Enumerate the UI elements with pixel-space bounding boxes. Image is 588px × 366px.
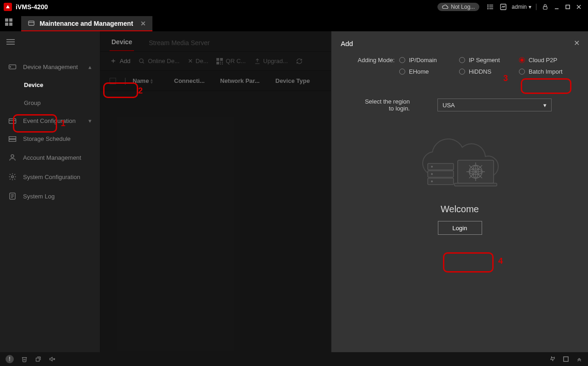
login-button[interactable]: Login xyxy=(438,221,482,235)
app-logo xyxy=(4,3,12,11)
sidebar-item-storage-schedule[interactable]: Storage Schedule xyxy=(0,130,100,148)
tab-label: Maintenance and Management xyxy=(40,20,133,27)
panel-close-button[interactable]: ✕ xyxy=(574,39,580,47)
svg-rect-62 xyxy=(564,357,568,361)
svg-rect-16 xyxy=(9,23,12,26)
svg-marker-59 xyxy=(50,357,52,361)
cloud-illustration xyxy=(405,135,515,195)
annotation-number-4: 4 xyxy=(498,256,503,266)
svg-point-6 xyxy=(488,8,488,9)
tab-strip: Maintenance and Management ✕ xyxy=(0,14,588,31)
svg-point-23 xyxy=(10,66,11,67)
cloud-login-button[interactable]: Not Log... xyxy=(437,3,479,11)
chevron-down-icon: ▾ xyxy=(529,4,531,10)
svg-point-4 xyxy=(488,5,488,5)
stats-icon[interactable] xyxy=(500,3,507,11)
alert-icon[interactable]: ! xyxy=(6,355,14,363)
cloud-status-text: Not Log... xyxy=(451,4,475,10)
window-icon[interactable] xyxy=(563,356,569,362)
chevron-up-icon: ▴ xyxy=(88,64,92,70)
mute-icon[interactable] xyxy=(49,356,56,362)
title-bar: iVMS-4200 Not Log... admin▾ xyxy=(0,0,588,14)
user-menu[interactable]: admin▾ xyxy=(512,4,531,10)
sidebar-item-device-management[interactable]: Device Management ▴ xyxy=(0,58,100,76)
svg-rect-27 xyxy=(9,139,16,141)
expand-up-icon[interactable] xyxy=(576,356,582,362)
svg-rect-58 xyxy=(36,358,39,361)
sidebar-item-event-configuration[interactable]: Event Configuration ▾ xyxy=(0,112,100,130)
radio-ehome[interactable]: EHome xyxy=(399,68,459,75)
svg-point-49 xyxy=(431,173,433,175)
tab-close-icon[interactable]: ✕ xyxy=(140,20,146,27)
annotation-number-3: 3 xyxy=(503,74,508,83)
svg-rect-8 xyxy=(543,6,547,9)
svg-point-48 xyxy=(431,166,433,168)
cloud-icon xyxy=(442,4,448,10)
svg-point-50 xyxy=(431,180,433,182)
radio-hiddns[interactable]: HiDDNS xyxy=(459,68,519,75)
region-value: USA xyxy=(442,102,455,109)
sidebar-subitem-device[interactable]: Device xyxy=(0,76,100,94)
annotation-number-2: 2 xyxy=(138,86,143,96)
panel-title: Add xyxy=(341,40,579,47)
adding-mode-label: Adding Mode: xyxy=(341,57,399,64)
svg-rect-14 xyxy=(9,18,12,22)
radio-ip-domain[interactable]: IP/Domain xyxy=(399,57,459,64)
svg-point-29 xyxy=(12,176,14,178)
close-button[interactable] xyxy=(576,4,582,10)
svg-rect-47 xyxy=(454,183,497,186)
log-icon xyxy=(8,192,17,200)
svg-rect-17 xyxy=(29,21,34,25)
region-label: Select the region to login. xyxy=(341,98,437,112)
sidebar-item-system-log[interactable]: System Log xyxy=(0,186,100,206)
svg-point-28 xyxy=(11,155,14,157)
status-bar: ! xyxy=(0,352,588,366)
apps-grid-icon[interactable] xyxy=(5,18,13,26)
svg-rect-26 xyxy=(9,136,16,139)
chevron-down-icon: ▾ xyxy=(543,102,547,109)
device-icon xyxy=(8,64,17,70)
sidebar-subitem-group[interactable]: Group xyxy=(0,94,100,112)
app-title: iVMS-4200 xyxy=(16,3,48,11)
storage-icon xyxy=(8,136,17,142)
radio-batch-import[interactable]: Batch Import xyxy=(519,68,579,75)
popup-icon[interactable] xyxy=(35,356,41,362)
radio-ip-segment[interactable]: IP Segment xyxy=(459,57,519,64)
maximize-button[interactable] xyxy=(565,4,571,10)
sidebar: Device Management ▴ Device Group Event C… xyxy=(0,31,100,352)
radio-cloud-p2p[interactable]: Cloud P2P xyxy=(519,57,579,64)
gear-icon xyxy=(8,173,17,181)
pin-icon[interactable] xyxy=(549,356,556,362)
list-icon[interactable] xyxy=(487,3,494,11)
welcome-text: Welcome xyxy=(341,204,579,215)
hamburger-icon[interactable] xyxy=(0,34,100,50)
svg-point-5 xyxy=(488,6,488,7)
add-panel: Add ✕ Adding Mode: IP/Domain IP Segment … xyxy=(331,31,588,352)
module-icon xyxy=(28,20,35,27)
svg-rect-10 xyxy=(566,5,570,9)
annotation-number-1: 1 xyxy=(61,119,65,128)
svg-rect-15 xyxy=(5,23,8,26)
svg-marker-0 xyxy=(6,5,10,8)
sidebar-item-system-configuration[interactable]: System Configuration xyxy=(0,167,100,186)
event-icon xyxy=(8,118,17,124)
user-icon xyxy=(8,153,17,162)
svg-rect-24 xyxy=(9,118,16,123)
sidebar-item-account-management[interactable]: Account Management xyxy=(0,148,100,167)
lock-icon[interactable] xyxy=(542,4,548,10)
svg-rect-13 xyxy=(5,18,8,22)
tab-maintenance[interactable]: Maintenance and Management ✕ xyxy=(21,16,152,31)
trash-icon[interactable] xyxy=(21,356,28,362)
chevron-down-icon: ▾ xyxy=(88,117,92,124)
minimize-button[interactable] xyxy=(554,4,559,10)
region-select[interactable]: USA ▾ xyxy=(437,99,552,111)
